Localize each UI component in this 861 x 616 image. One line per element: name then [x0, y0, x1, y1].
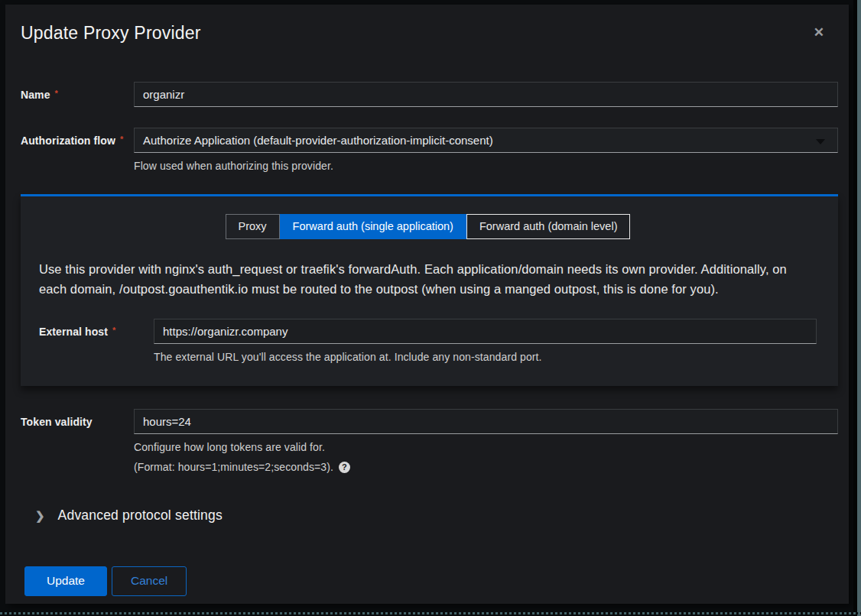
token-validity-label: Token validity [21, 409, 134, 428]
screenshot-frame: Update Proxy Provider ✕ Name* Authorizat… [0, 0, 861, 616]
external-host-field-row: External host* The external URL you'll a… [39, 319, 817, 363]
required-asterisk: * [112, 326, 115, 335]
advanced-protocol-settings-label: Advanced protocol settings [58, 507, 223, 524]
tab-forward-auth-domain-level[interactable]: Forward auth (domain level) [466, 214, 631, 239]
advanced-protocol-settings-toggle[interactable]: ❯ Advanced protocol settings [21, 507, 223, 524]
screenshot-edge-right [857, 0, 861, 616]
update-proxy-provider-modal: Update Proxy Provider ✕ Name* Authorizat… [5, 5, 849, 604]
external-host-input[interactable] [154, 319, 817, 344]
chevron-down-icon [816, 139, 825, 144]
help-icon[interactable]: ? [339, 462, 350, 473]
modal-footer: Update Cancel [21, 566, 838, 596]
close-icon[interactable]: ✕ [814, 26, 824, 39]
authorization-flow-group: Authorize Application (default-provider-… [134, 128, 838, 172]
required-asterisk: * [120, 135, 123, 144]
name-label: Name* [21, 82, 134, 101]
token-validity-help-1: Configure how long tokens are valid for. [134, 441, 838, 453]
update-button[interactable]: Update [24, 566, 107, 596]
tab-proxy[interactable]: Proxy [226, 214, 280, 239]
external-host-group: The external URL you'll access the appli… [154, 319, 817, 363]
token-validity-help-2: (Format: hours=1;minutes=2;seconds=3). ? [134, 461, 838, 473]
tab-forward-auth-single-application[interactable]: Forward auth (single application) [280, 214, 466, 239]
token-validity-input[interactable] [134, 409, 838, 434]
screenshot-edge-bottom [0, 612, 861, 614]
authorization-flow-select[interactable]: Authorize Application (default-provider-… [134, 128, 838, 153]
modal-header: Update Proxy Provider ✕ [21, 23, 838, 44]
token-validity-field-row: Token validity Configure how long tokens… [21, 409, 838, 473]
authorization-flow-help: Flow used when authorizing this provider… [134, 160, 838, 172]
authorization-flow-field-row: Authorization flow* Authorize Applicatio… [21, 128, 838, 172]
name-field-row: Name* [21, 82, 838, 107]
name-input[interactable] [134, 82, 838, 107]
authorization-flow-selected-value: Authorize Application (default-provider-… [143, 134, 493, 147]
modal-title: Update Proxy Provider [21, 23, 838, 44]
chevron-right-icon: ❯ [35, 510, 45, 521]
external-host-label: External host* [39, 319, 154, 338]
external-host-help: The external URL you'll access the appli… [154, 351, 817, 363]
proxy-mode-toggle-group: Proxy Forward auth (single application) … [226, 214, 631, 239]
authorization-flow-label: Authorization flow* [21, 128, 134, 147]
cancel-button[interactable]: Cancel [112, 566, 187, 596]
token-validity-group: Configure how long tokens are valid for.… [134, 409, 838, 473]
required-asterisk: * [55, 89, 58, 98]
proxy-mode-card: Proxy Forward auth (single application) … [21, 194, 838, 386]
forward-auth-description: Use this provider with nginx's auth_requ… [39, 260, 817, 299]
